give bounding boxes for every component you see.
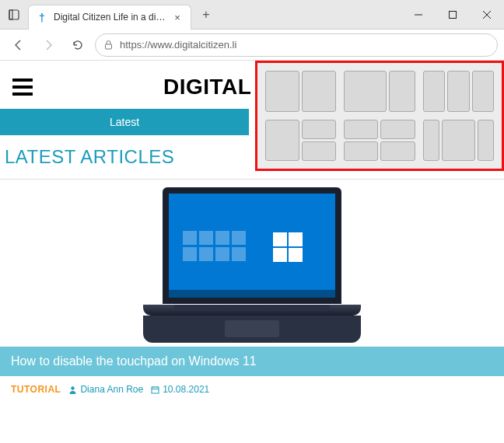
person-icon <box>68 385 77 394</box>
browser-tab[interactable]: † Digital Citizen Life in a digital wo × <box>28 5 191 30</box>
lock-icon <box>103 40 114 50</box>
tab-close-button[interactable]: × <box>172 12 183 23</box>
snap-layout-option[interactable] <box>265 120 336 161</box>
svg-rect-0 <box>9 10 19 19</box>
refresh-button[interactable] <box>65 33 90 58</box>
snap-layout-option[interactable] <box>423 120 494 161</box>
snap-layout-option[interactable] <box>344 120 415 161</box>
address-bar: https://www.digitalcitizen.li <box>0 30 504 61</box>
url-text: https://www.digitalcitizen.li <box>120 39 236 51</box>
article-title[interactable]: How to disable the touchpad on Windows 1… <box>0 347 504 376</box>
article-author[interactable]: Diana Ann Roe <box>68 384 143 395</box>
svg-rect-8 <box>152 387 159 393</box>
site-logo[interactable]: DIGITAL <box>163 75 251 99</box>
tab-title: Digital Citizen Life in a digital wo <box>54 12 166 23</box>
snap-layouts-flyout <box>255 61 504 171</box>
page-content: DIGITAL Latest LATEST ARTICLES How to di… <box>0 61 504 443</box>
svg-rect-3 <box>450 11 457 18</box>
tab-latest[interactable]: Latest <box>0 109 249 135</box>
forward-button[interactable] <box>36 33 61 58</box>
svg-rect-6 <box>106 44 112 49</box>
snap-layout-option[interactable] <box>344 71 415 112</box>
snap-layout-option[interactable] <box>265 71 336 112</box>
window-titlebar: † Digital Citizen Life in a digital wo ×… <box>0 0 504 30</box>
article-thumbnail[interactable] <box>0 180 504 347</box>
minimize-button[interactable] <box>401 0 436 30</box>
article-meta: TUTORIAL Diana Ann Roe 10.08.2021 <box>0 376 504 403</box>
favicon-icon: † <box>37 12 47 23</box>
new-tab-button[interactable]: + <box>194 3 218 26</box>
article-date: 10.08.2021 <box>151 384 209 395</box>
hamburger-menu-button[interactable] <box>12 78 33 96</box>
url-input[interactable]: https://www.digitalcitizen.li <box>95 33 498 57</box>
svg-point-7 <box>72 386 75 389</box>
window-close-button[interactable] <box>470 0 504 30</box>
tab-actions-button[interactable] <box>0 0 28 30</box>
maximize-button[interactable] <box>436 0 470 30</box>
back-button[interactable] <box>6 33 31 58</box>
snap-layout-option[interactable] <box>423 71 494 112</box>
calendar-icon <box>151 385 159 394</box>
article-category[interactable]: TUTORIAL <box>11 384 61 395</box>
